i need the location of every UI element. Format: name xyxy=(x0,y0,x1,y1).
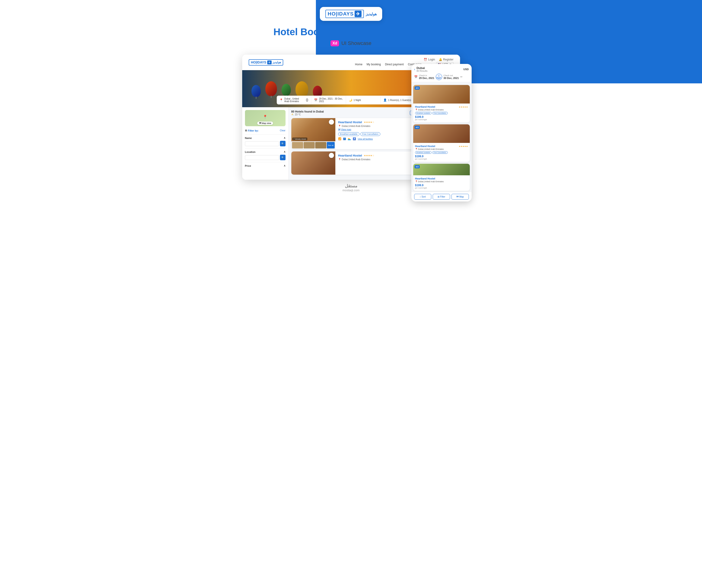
hotel-name-1[interactable]: Heartland Hostel xyxy=(338,120,362,124)
mobile-back-btn[interactable]: ‹ xyxy=(414,67,415,71)
location-filter-search-btn[interactable]: 🔍 xyxy=(280,155,285,160)
mobile-hotel-stars-2: ★★★★★ xyxy=(459,145,468,148)
location-value: Dubai , United Arab Emirates xyxy=(284,98,304,103)
mobile-header-row1: ‹ Dubai 80 Results USD xyxy=(414,66,469,72)
mobile-tag-cancel-1: Free Cancellation xyxy=(432,112,448,114)
logo-arabic: هوليديز xyxy=(366,12,377,16)
accessible-icon: ♿ xyxy=(353,137,356,140)
nights-value: 1 Night xyxy=(354,99,361,102)
mobile-hotel-body-3: Heartland Hostel 📍 Dubai,United Arab Emi… xyxy=(413,175,470,191)
map-icon-mobile: 🗺 xyxy=(456,195,459,198)
filter-price-header[interactable]: Price ∧ xyxy=(245,164,285,167)
wishlist-button-1[interactable]: ♡ xyxy=(329,120,334,125)
location-clear-btn[interactable]: × xyxy=(306,98,308,102)
search-bar: 📍 Dubai , United Arab Emirates × 📅 29 De… xyxy=(277,96,425,105)
wifi-icon: 📶 xyxy=(338,137,341,140)
mobile-tag-breakfast-2: Breakfast available xyxy=(415,151,432,154)
mobile-price-row-3: $199.9 per room/night xyxy=(415,184,468,189)
hotel-main-image-2: ♡ xyxy=(291,151,335,175)
hotel-thumb-3 xyxy=(315,142,326,148)
moon-icon: 🌙 xyxy=(349,99,352,102)
hotel-stars-1: ★★★★☆ xyxy=(364,121,374,123)
hotel-img-section-1: ♡ ✓ Already viewed See all xyxy=(291,118,335,149)
nav-booking[interactable]: My booking xyxy=(367,63,381,66)
mobile-hotel-name-2[interactable]: Heartland Hostel xyxy=(415,145,435,148)
already-viewed-badge: ✓ Already viewed xyxy=(292,138,307,140)
mobile-pin-icon-2: 📍 xyxy=(415,148,418,150)
mobile-hotel-location-3: 📍 Dubai,United Arab Emirates xyxy=(415,180,468,183)
mobile-hotel-stars-1: ★★★★★ xyxy=(459,106,468,108)
mobile-header: ‹ Dubai 80 Results USD 📅 Check in 29 Dec xyxy=(412,64,472,82)
hotel-location-2: 📍 Dubai,United Arab Emirates xyxy=(338,158,422,161)
see-all-photos-btn[interactable]: See all xyxy=(327,142,335,148)
mobile-price-2: $199.9 xyxy=(415,155,427,158)
website-url: mostaql.com xyxy=(4,188,698,192)
filter-name-header[interactable]: Name ∧ xyxy=(245,136,285,139)
hotel-name-2[interactable]: Heartland Hostel xyxy=(338,154,362,157)
balloon-1 xyxy=(251,85,261,97)
name-filter-search-btn[interactable]: 🔍 xyxy=(280,141,285,146)
hotel-name-row-2: Heartland Hostel ★★★★☆ xyxy=(338,154,422,157)
mobile-tag-cancel-2: Free Cancellation xyxy=(432,151,448,154)
location-filter-input[interactable] xyxy=(245,155,279,160)
mobile-hotel-card-2: 4.5 Heartland Hostel ★★★★★ 📍 Dubai,Unite… xyxy=(413,124,470,162)
map-preview[interactable]: 📍 🗺 Map view xyxy=(245,110,285,126)
mobile-hotel-image-2: 4.5 xyxy=(413,124,470,143)
mobile-currency-label: USD xyxy=(463,68,469,70)
filter-location-header[interactable]: Location ∧ xyxy=(245,150,285,153)
xd-badge: Xd xyxy=(331,40,339,46)
mobile-hotel-tags-2: Breakfast available Free Cancellation xyxy=(415,151,468,154)
view-map-link-1[interactable]: 🗺 View map xyxy=(338,128,422,131)
login-link[interactable]: ⏰ Login xyxy=(424,58,435,61)
location-icon: 📍 xyxy=(279,99,283,102)
guests-field[interactable]: 👤 1 Room(s), 1 Guest(s) xyxy=(380,97,415,104)
logo-text: HO|IDAYS ✈ xyxy=(325,10,364,18)
dates-field[interactable]: 📅 29 Dec, 2021 - 30 Dec, 2021 xyxy=(311,96,346,105)
facilities-row-1: 📶 🅿 🏊 ♿ View all facilities xyxy=(338,137,422,140)
brand-name: مستقل xyxy=(4,183,698,188)
hotel-name-row-1: Heartland Hostel ★★★★☆ xyxy=(338,120,422,124)
mobile-checkin: Check in 29 Dec, 2021 xyxy=(419,75,434,80)
hotel-img-section-2: ♡ xyxy=(291,151,335,175)
mobile-city-label: Dubai xyxy=(417,66,427,70)
name-filter-input[interactable] xyxy=(245,141,279,146)
balloon-2 xyxy=(265,81,277,96)
register-link[interactable]: 🔔 Register xyxy=(439,58,454,61)
hotel-stars-2: ★★★★☆ xyxy=(364,154,374,157)
location-filter-row: 🔍 xyxy=(245,155,285,160)
view-all-facilities-link[interactable]: View all facilities xyxy=(358,138,373,140)
wishlist-button-2[interactable]: ♡ xyxy=(329,153,334,158)
name-filter-row: 🔍 xyxy=(245,141,285,146)
mobile-sort-btn[interactable]: ↕ Sort xyxy=(414,194,432,200)
location-field[interactable]: 📍 Dubai , United Arab Emirates × xyxy=(277,96,311,105)
mobile-rating-badge-2: 4.5 xyxy=(415,126,420,129)
mobile-price-row-1: $199.9 per room/night xyxy=(415,115,468,121)
mobile-hotel-name-1[interactable]: Heartland Hostel xyxy=(415,105,435,108)
mobile-hotel-body-2: Heartland Hostel ★★★★★ 📍 Dubai,United Ar… xyxy=(413,143,470,162)
mobile-checkin-row: 📅 Check in 29 Dec, 2021 1 Night Check ou… xyxy=(414,74,469,80)
footer-watermark: مستقل mostaql.com xyxy=(0,180,702,196)
main-title: Hotel Booking Web & App Design xyxy=(273,26,429,37)
hotel-location-1: 📍 Dubai,United Arab Emirates xyxy=(338,125,422,127)
mobile-per-night-1: per room/night xyxy=(415,119,427,121)
mobile-filter-btn[interactable]: ⊞ Filter xyxy=(433,194,450,200)
parking-icon: 🅿 xyxy=(343,138,346,140)
mobile-hotel-name-3[interactable]: Heartland Hostel xyxy=(415,177,468,180)
results-left: 80 Hotels found in Dubai ⛅ 23 °C xyxy=(291,110,324,116)
mobile-map-btn[interactable]: 🗺 Map xyxy=(452,194,469,200)
mobile-hotel-card-3: 4.5 Heartland Hostel 📍 Dubai,United Arab… xyxy=(413,164,470,191)
sort-icon: ↕ xyxy=(420,195,421,198)
hotel-thumb-2 xyxy=(304,142,315,148)
mobile-edit-btn[interactable]: ✏ xyxy=(460,75,463,79)
mobile-hotel-card-1: 4.5 Heartland Hostel ★★★★★ 📍 Dubai,Unite… xyxy=(413,85,470,123)
map-icon: 🗺 xyxy=(338,128,340,131)
nav-top-links: ⏰ Login 🔔 Register xyxy=(424,58,453,61)
nav-payment[interactable]: Direct payment xyxy=(385,63,404,66)
top-logo-badge: HO|IDAYS ✈ هوليديز xyxy=(320,7,382,21)
mobile-rating-badge-3: 4.5 xyxy=(415,165,420,168)
mobile-city-section: ‹ Dubai 80 Results xyxy=(414,66,428,72)
mobile-hotel-tags-1: Breakfast available Free Cancellation xyxy=(415,112,468,114)
nav-home[interactable]: Home xyxy=(355,63,362,66)
filter-clear-btn[interactable]: Clear xyxy=(280,129,285,132)
calendar-icon: 📅 xyxy=(314,99,318,102)
